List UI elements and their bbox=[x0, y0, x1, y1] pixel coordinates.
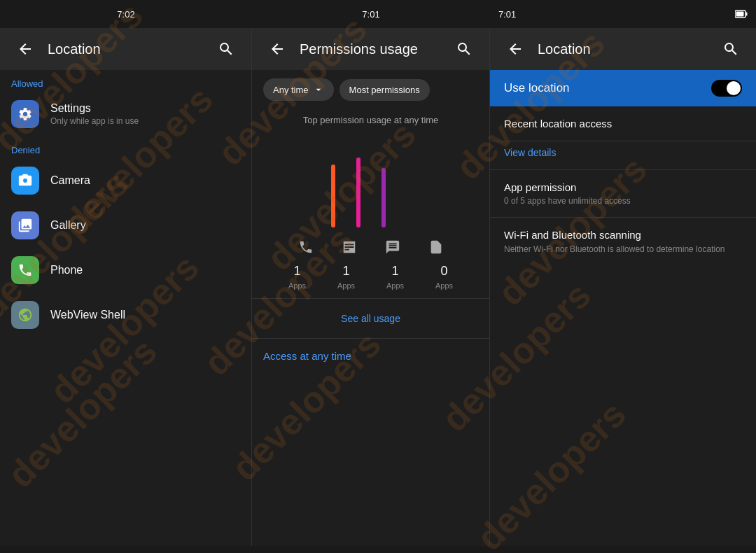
left-panel: Location Allowed Settings Only while app… bbox=[0, 28, 252, 546]
chart-icon-phone bbox=[295, 236, 317, 258]
gallery-app-name: Gallery bbox=[50, 219, 240, 232]
chart-bars bbox=[263, 136, 478, 227]
settings-app-item[interactable]: Settings Only while app is in use bbox=[0, 92, 251, 136]
time-filter-button[interactable]: Any time bbox=[263, 78, 334, 101]
divider-1 bbox=[252, 298, 489, 299]
bar-pink bbox=[356, 150, 360, 227]
toggle-thumb bbox=[727, 81, 741, 95]
right-search-button[interactable] bbox=[717, 35, 745, 63]
chart-icon-message bbox=[382, 236, 404, 258]
bottom-navigation bbox=[0, 546, 756, 553]
settings-app-info: Settings Only while app is in use bbox=[50, 102, 240, 126]
label-4: Apps bbox=[430, 281, 458, 290]
status-time-left: 7:02 bbox=[0, 0, 252, 28]
right-back-nav[interactable] bbox=[519, 547, 547, 553]
left-search-button[interactable] bbox=[212, 35, 240, 63]
right-back-button[interactable] bbox=[501, 35, 529, 63]
count-2: 1 bbox=[332, 264, 360, 279]
label-2: Apps bbox=[332, 281, 360, 290]
webview-app-item[interactable]: WebView Shell bbox=[0, 293, 251, 337]
wifi-subtitle: Neither Wi-Fi nor Bluetooth is allowed t… bbox=[504, 244, 742, 255]
see-all-link[interactable]: See all usage bbox=[252, 302, 489, 335]
settings-app-subtitle: Only while app is in use bbox=[50, 116, 240, 126]
view-details-section[interactable]: View details bbox=[490, 141, 756, 170]
left-appbar: Location bbox=[0, 28, 251, 70]
mid-appbar: Permissions usage bbox=[252, 28, 489, 70]
settings-app-name: Settings bbox=[50, 102, 240, 115]
mid-panel: Permissions usage Any time Most permissi… bbox=[252, 28, 490, 546]
panels-container: Location Allowed Settings Only while app… bbox=[0, 28, 756, 546]
gallery-app-info: Gallery bbox=[50, 219, 240, 232]
mid-back-nav[interactable] bbox=[276, 547, 304, 553]
use-location-text: Use location bbox=[504, 81, 711, 95]
chart-labels: Apps Apps Apps Apps bbox=[263, 281, 478, 290]
mid-back-button[interactable] bbox=[263, 35, 291, 63]
use-location-row[interactable]: Use location bbox=[490, 70, 756, 106]
denied-section-label: Denied bbox=[0, 136, 251, 158]
camera-app-info: Camera bbox=[50, 174, 240, 187]
mid-panel-title: Permissions usage bbox=[300, 41, 442, 57]
webview-app-icon bbox=[11, 301, 39, 329]
count-3: 1 bbox=[382, 264, 410, 279]
left-back-nav[interactable] bbox=[27, 547, 55, 553]
webview-app-info: WebView Shell bbox=[50, 309, 240, 321]
app-permission-section[interactable]: App permission 0 of 5 apps have unlimite… bbox=[490, 170, 756, 218]
dropdown-arrow-icon bbox=[313, 84, 324, 95]
chart-counts: 1 1 1 0 bbox=[263, 264, 478, 279]
left-nav bbox=[0, 546, 252, 553]
view-details-text[interactable]: View details bbox=[504, 147, 742, 158]
recent-location-section: Recent location access bbox=[490, 106, 756, 141]
camera-app-icon bbox=[11, 167, 39, 195]
chart-icon-media bbox=[338, 236, 360, 258]
mid-search-button[interactable] bbox=[450, 35, 478, 63]
svg-rect-1 bbox=[746, 13, 748, 16]
wifi-title: Wi-Fi and Bluetooth scanning bbox=[504, 229, 742, 241]
filter-row: Any time Most permissions bbox=[252, 70, 489, 109]
wifi-section[interactable]: Wi-Fi and Bluetooth scanning Neither Wi-… bbox=[490, 218, 756, 267]
left-panel-title: Location bbox=[48, 41, 204, 57]
right-panel: Location Use location Recent location ac… bbox=[490, 28, 756, 546]
use-location-toggle[interactable] bbox=[711, 80, 742, 97]
status-time-mid: 7:01 bbox=[252, 0, 490, 28]
count-1: 1 bbox=[284, 264, 312, 279]
label-1: Apps bbox=[284, 281, 312, 290]
count-4: 0 bbox=[430, 264, 458, 279]
right-panel-title: Location bbox=[538, 41, 708, 57]
phone-app-icon bbox=[11, 256, 39, 284]
gallery-app-icon bbox=[11, 211, 39, 239]
webview-app-name: WebView Shell bbox=[50, 309, 240, 321]
bar-empty bbox=[407, 150, 411, 227]
allowed-section-label: Allowed bbox=[0, 70, 251, 92]
sort-filter-button[interactable]: Most permissions bbox=[340, 79, 430, 101]
right-appbar: Location bbox=[490, 28, 756, 70]
label-3: Apps bbox=[382, 281, 410, 290]
divider-2 bbox=[252, 338, 489, 339]
left-back-button[interactable] bbox=[11, 35, 39, 63]
recent-location-title: Recent location access bbox=[504, 118, 742, 130]
camera-app-item[interactable]: Camera bbox=[0, 158, 251, 203]
chart-title: Top permission usage at any time bbox=[263, 115, 478, 125]
bar-purple bbox=[382, 150, 386, 227]
phone-app-item[interactable]: Phone bbox=[0, 248, 251, 293]
status-row: 7:02 7:01 7:01 bbox=[0, 0, 756, 28]
gallery-app-item[interactable]: Gallery bbox=[0, 203, 251, 248]
phone-app-info: Phone bbox=[50, 264, 240, 276]
access-section[interactable]: Access at any time bbox=[252, 342, 489, 370]
mid-nav bbox=[252, 546, 490, 553]
svg-rect-2 bbox=[736, 12, 744, 17]
bar-orange bbox=[331, 150, 335, 227]
chart-icon-info bbox=[425, 236, 447, 258]
status-time-right: 7:01 bbox=[490, 0, 756, 28]
battery-icon bbox=[735, 10, 748, 18]
chart-section: Top permission usage at any time bbox=[252, 109, 489, 295]
app-permission-title: App permission bbox=[504, 181, 742, 193]
app-permission-subtitle: 0 of 5 apps have unlimited access bbox=[504, 196, 742, 206]
chart-icons bbox=[263, 236, 478, 258]
phone-app-name: Phone bbox=[50, 264, 240, 276]
camera-app-name: Camera bbox=[50, 174, 240, 187]
settings-app-icon bbox=[11, 100, 39, 128]
right-nav bbox=[490, 546, 756, 553]
